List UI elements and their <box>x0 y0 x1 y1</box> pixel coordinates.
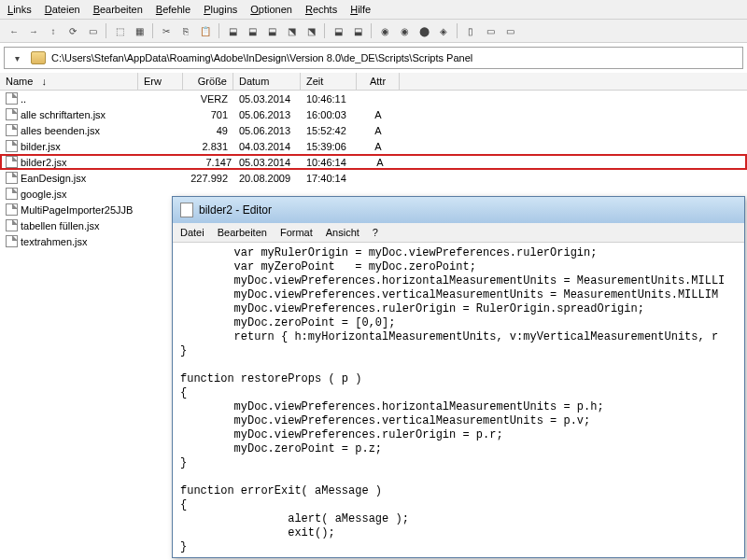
file-row[interactable]: EanDesign.jsx227.99220.08.200917:40:14 <box>0 170 747 186</box>
file-icon <box>6 235 18 247</box>
menu-links[interactable]: Links <box>7 4 32 15</box>
stop-icon[interactable]: ⬤ <box>416 22 432 39</box>
forward-icon[interactable]: → <box>25 22 42 39</box>
paste-icon[interactable]: 📋 <box>197 22 214 39</box>
file-date: 04.03.2014 <box>233 140 301 153</box>
menu-optionen[interactable]: Optionen <box>250 4 292 15</box>
main-toolbar: ← → ↕ ⟳ ▭ ⬚ ▦ ✂ ⎘ 📋 ⬓ ⬓ ⬓ ⬔ ⬔ ⬓ ⬓ ◉ ◉ ⬤ … <box>0 20 747 43</box>
main-menubar[interactable]: LinksDateienBearbeitenBefehlePluginsOpti… <box>0 0 747 20</box>
file-time: 17:40:14 <box>301 172 357 185</box>
select-icon[interactable]: ⬚ <box>111 22 128 39</box>
net2-icon[interactable]: ◉ <box>396 22 413 39</box>
file-size: 701 <box>183 108 233 121</box>
menu-dateien[interactable]: Dateien <box>45 4 80 15</box>
file-time: 16:00:03 <box>301 108 357 121</box>
file-time <box>301 193 357 195</box>
file-attr <box>357 193 400 195</box>
editor-menubar[interactable]: DateiBearbeitenFormatAnsicht? <box>173 223 744 243</box>
file-size: 7.147 <box>185 157 235 168</box>
editor-titlebar[interactable]: bilder2 - Editor <box>173 197 744 223</box>
col-size[interactable]: Größe <box>183 73 233 90</box>
file-name: google.jsx <box>21 189 67 200</box>
file-attr: A <box>357 140 400 153</box>
view1-icon[interactable]: ▯ <box>462 22 479 39</box>
file-attr: A <box>359 157 402 168</box>
tool1-icon[interactable]: ⬓ <box>224 22 241 39</box>
view3-icon[interactable]: ▭ <box>501 22 518 39</box>
file-row[interactable]: bilder.jsx2.83104.03.201415:39:06A <box>0 138 747 154</box>
file-icon <box>6 156 18 168</box>
file-time: 10:46:14 <box>303 157 359 168</box>
file-icon <box>6 92 18 105</box>
file-icon <box>6 108 18 120</box>
file-row[interactable]: alles beenden.jsx4905.06.201315:52:42A <box>0 122 747 138</box>
file-date: 05.03.2014 <box>233 92 301 105</box>
file-name: bilder.jsx <box>21 141 61 152</box>
file-icon <box>6 188 18 200</box>
file-size <box>183 193 233 195</box>
archive-icon[interactable]: ⬓ <box>330 22 346 39</box>
file-time: 10:46:11 <box>301 92 357 105</box>
up-icon[interactable]: ↕ <box>45 22 62 39</box>
tool4-icon[interactable]: ⬔ <box>283 22 300 39</box>
folder-icon <box>31 51 46 64</box>
back-icon[interactable]: ← <box>6 22 22 39</box>
menu-rechts[interactable]: Rechts <box>305 4 337 15</box>
file-icon <box>6 172 18 184</box>
cut-icon[interactable]: ✂ <box>158 22 175 39</box>
grid-icon[interactable]: ▦ <box>131 22 148 39</box>
file-name: alles beenden.jsx <box>21 125 100 136</box>
file-icon <box>6 203 18 216</box>
col-time[interactable]: Zeit <box>301 73 357 90</box>
file-row[interactable]: ..VERZ05.03.201410:46:11 <box>0 91 747 106</box>
editor-menu-item[interactable]: ? <box>373 227 378 238</box>
file-date: 05.03.2014 <box>235 157 303 168</box>
refresh-icon[interactable]: ⟳ <box>64 22 81 39</box>
menu-plugins[interactable]: Plugins <box>204 4 237 15</box>
document-icon <box>180 203 193 217</box>
file-time: 15:39:06 <box>301 140 357 153</box>
view2-icon[interactable]: ▭ <box>482 22 499 39</box>
editor-menu-item[interactable]: Format <box>280 227 313 238</box>
col-ext[interactable]: Erw <box>138 73 183 90</box>
net3-icon[interactable]: ◈ <box>435 22 452 39</box>
col-date[interactable]: Datum <box>233 73 301 90</box>
path-input[interactable] <box>51 52 739 63</box>
tool5-icon[interactable]: ⬔ <box>303 22 319 39</box>
file-time: 15:52:42 <box>301 124 357 137</box>
col-attr[interactable]: Attr <box>357 73 400 90</box>
menu-bearbeiten[interactable]: Bearbeiten <box>93 4 143 15</box>
col-name[interactable]: Name ↓ <box>0 73 138 90</box>
editor-menu-item[interactable]: Datei <box>180 227 204 238</box>
tool2-icon[interactable]: ⬓ <box>244 22 261 39</box>
file-attr <box>357 177 400 179</box>
file-name: bilder2.jsx <box>21 157 67 168</box>
file-icon <box>6 219 18 231</box>
file-icon <box>6 140 18 152</box>
file-date <box>233 193 301 195</box>
drive-dropdown-icon[interactable]: ▾ <box>8 49 25 66</box>
file-size: VERZ <box>183 92 233 105</box>
file-row[interactable]: alle schriftarten.jsx70105.06.201316:00:… <box>0 106 747 122</box>
folder-icon[interactable]: ▭ <box>84 22 101 39</box>
editor-window: bilder2 - Editor DateiBearbeitenFormatAn… <box>172 196 745 558</box>
editor-menu-item[interactable]: Bearbeiten <box>218 227 267 238</box>
file-name: EanDesign.jsx <box>21 173 86 184</box>
editor-menu-item[interactable]: Ansicht <box>326 227 359 238</box>
editor-content[interactable]: var myRulerOrigin = myDoc.viewPreference… <box>173 243 744 560</box>
file-attr <box>357 98 400 100</box>
file-date: 20.08.2009 <box>233 172 301 185</box>
file-date: 05.06.2013 <box>233 124 301 137</box>
copy-icon[interactable]: ⎘ <box>177 22 194 39</box>
file-size: 2.831 <box>183 140 233 153</box>
menu-hilfe[interactable]: Hilfe <box>350 4 371 15</box>
path-bar: ▾ <box>4 47 743 69</box>
file-size: 49 <box>183 124 233 137</box>
extract-icon[interactable]: ⬓ <box>349 22 366 39</box>
tool3-icon[interactable]: ⬓ <box>263 22 280 39</box>
net1-icon[interactable]: ◉ <box>376 22 393 39</box>
file-size: 227.992 <box>183 172 233 185</box>
menu-befehle[interactable]: Befehle <box>156 4 190 15</box>
file-attr: A <box>357 108 400 121</box>
file-row[interactable]: bilder2.jsx7.14705.03.201410:46:14A <box>0 154 747 170</box>
